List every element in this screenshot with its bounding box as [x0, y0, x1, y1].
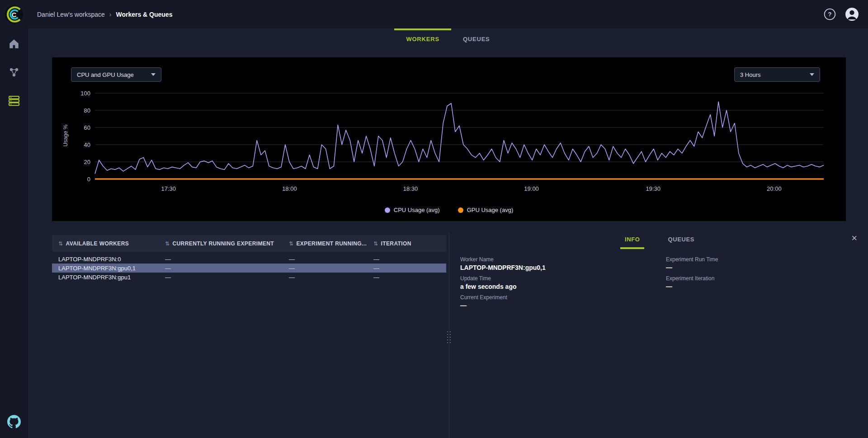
tab-panel-queues[interactable]: QUEUES	[661, 232, 701, 249]
breadcrumb-current-page: Workers & Queues	[116, 11, 172, 18]
close-icon[interactable]: ×	[851, 233, 857, 243]
available-workers-table: ⇅ AVAILABLE WORKERS ⇅ CURRENTLY RUNNING …	[52, 235, 446, 282]
breadcrumb-workspace[interactable]: Daniel Lew's workspace	[37, 11, 105, 18]
col-header-label: ITERATION	[381, 240, 411, 247]
github-icon	[7, 415, 21, 429]
gpu-legend-label: GPU Usage (avg)	[467, 207, 514, 213]
worker-running-time-cell: —	[283, 265, 367, 272]
svg-text:40: 40	[84, 141, 90, 148]
help-glyph: ?	[828, 11, 832, 18]
table-header: ⇅ AVAILABLE WORKERS ⇅ CURRENTLY RUNNING …	[52, 235, 446, 252]
workers-queues-icon	[8, 94, 20, 107]
table-body: LAPTOP-MNDPRF3N:0 — — — LAPTOP-MNDPRF3N:…	[52, 254, 446, 282]
worker-iteration-cell: —	[367, 274, 446, 281]
field-label: Update Time	[460, 275, 666, 282]
tab-workers-label: WORKERS	[406, 36, 439, 42]
metric-dropdown[interactable]: CPU and GPU Usage	[71, 67, 161, 82]
gpu-legend-dot-icon	[458, 207, 463, 213]
field-experiment-iteration: Experiment Iteration —	[666, 275, 718, 290]
worker-iteration-cell: —	[367, 265, 446, 272]
sort-icon: ⇅	[289, 240, 293, 247]
worker-name-cell: LAPTOP-MNDPRF3N:0	[52, 256, 159, 263]
svg-text:17:30: 17:30	[161, 185, 176, 192]
col-header-label: AVAILABLE WORKERS	[66, 240, 129, 247]
field-label: Worker Name	[460, 256, 666, 263]
usage-line-chart[interactable]: 02040608010017:3018:0018:3019:0019:3020:…	[63, 82, 832, 213]
svg-text:20: 20	[84, 159, 90, 165]
sort-icon: ⇅	[165, 240, 170, 247]
svg-text:100: 100	[80, 90, 90, 97]
time-range-dropdown[interactable]: 3 Hours	[734, 67, 820, 82]
left-sidebar	[0, 28, 28, 438]
cpu-legend-label: CPU Usage (avg)	[394, 207, 440, 213]
field-value: —	[666, 264, 718, 271]
col-header-label: EXPERIMENT RUNNING...	[296, 240, 367, 247]
workers-queues-tabs: WORKERS QUEUES	[28, 28, 868, 50]
sidebar-item-projects[interactable]	[5, 63, 23, 81]
worker-row[interactable]: LAPTOP-MNDPRF3N:0 — — —	[52, 254, 446, 264]
field-value: —	[666, 283, 718, 290]
field-label: Experiment Run Time	[666, 256, 718, 263]
svg-text:18:30: 18:30	[403, 185, 418, 192]
chevron-down-icon	[810, 73, 814, 76]
svg-text:0: 0	[87, 176, 90, 183]
breadcrumb: Daniel Lew's workspace › Workers & Queue…	[37, 11, 172, 18]
worker-experiment-cell: —	[159, 274, 283, 281]
metric-dropdown-value: CPU and GPU Usage	[77, 71, 134, 78]
field-label: Current Experiment	[460, 294, 666, 301]
svg-text:80: 80	[84, 107, 90, 114]
sort-icon: ⇅	[373, 240, 378, 247]
svg-text:19:00: 19:00	[524, 185, 539, 192]
legend-item-cpu[interactable]: CPU Usage (avg)	[385, 207, 440, 213]
clearml-logo-icon: C	[5, 5, 24, 24]
svg-text:20:00: 20:00	[767, 185, 782, 192]
field-value: —	[460, 302, 666, 309]
sidebar-item-dashboard[interactable]	[5, 35, 23, 53]
field-experiment-run-time: Experiment Run Time —	[666, 256, 718, 271]
worker-iteration-cell: —	[367, 256, 446, 263]
tab-queues-label: QUEUES	[463, 36, 490, 42]
info-column-right: Experiment Run Time — Experiment Iterati…	[666, 256, 718, 313]
info-panel-tabs: INFO QUEUES ×	[451, 232, 868, 249]
clearml-logo[interactable]: C	[0, 0, 28, 28]
tab-info-label: INFO	[625, 236, 640, 243]
tab-info[interactable]: INFO	[618, 232, 646, 249]
top-bar: C Daniel Lew's workspace › Workers & Que…	[0, 0, 868, 28]
tab-queues[interactable]: QUEUES	[451, 28, 502, 50]
worker-row[interactable]: LAPTOP-MNDPRF3N:gpu1 — — —	[52, 273, 446, 282]
sort-icon: ⇅	[58, 240, 63, 247]
legend-item-gpu[interactable]: GPU Usage (avg)	[458, 207, 514, 213]
field-current-experiment: Current Experiment —	[460, 294, 666, 309]
field-value: a few seconds ago	[460, 283, 666, 290]
field-label: Experiment Iteration	[666, 275, 718, 282]
tab-workers[interactable]: WORKERS	[394, 28, 451, 50]
time-range-dropdown-value: 3 Hours	[740, 71, 761, 78]
svg-text:C: C	[12, 11, 17, 18]
worker-running-time-cell: —	[283, 256, 367, 263]
worker-running-time-cell: —	[283, 274, 367, 281]
svg-text:60: 60	[84, 124, 90, 131]
help-icon[interactable]: ?	[824, 8, 836, 20]
user-avatar[interactable]	[845, 7, 859, 21]
field-update-time: Update Time a few seconds ago	[460, 275, 666, 290]
panel-resize-handle[interactable]	[446, 330, 452, 344]
worker-row-selected[interactable]: LAPTOP-MNDPRF3N:gpu0,1 — — —	[52, 264, 446, 273]
worker-name-cell: LAPTOP-MNDPRF3N:gpu0,1	[52, 265, 159, 272]
worker-info-fields: Worker Name LAPTOP-MNDPRF3N:gpu0,1 Updat…	[451, 256, 868, 313]
sidebar-item-github[interactable]	[5, 413, 23, 431]
field-value: LAPTOP-MNDPRF3N:gpu0,1	[460, 264, 666, 271]
chart-legend: CPU Usage (avg) GPU Usage (avg)	[52, 207, 846, 213]
col-header-available-workers[interactable]: ⇅ AVAILABLE WORKERS	[52, 235, 159, 252]
col-header-iteration[interactable]: ⇅ ITERATION	[367, 235, 446, 252]
svg-text:18:00: 18:00	[282, 185, 297, 192]
sidebar-item-workers-queues[interactable]	[5, 92, 23, 110]
worker-experiment-cell: —	[159, 256, 283, 263]
breadcrumb-separator-icon: ›	[109, 11, 112, 18]
info-column-left: Worker Name LAPTOP-MNDPRF3N:gpu0,1 Updat…	[460, 256, 666, 313]
projects-icon	[8, 66, 20, 79]
worker-info-panel: INFO QUEUES × Worker Name LAPTOP-MNDPRF3…	[451, 232, 868, 438]
svg-text:19:30: 19:30	[646, 185, 661, 192]
worker-experiment-cell: —	[159, 265, 283, 272]
col-header-current-experiment[interactable]: ⇅ CURRENTLY RUNNING EXPERIMENT	[159, 235, 283, 252]
col-header-experiment-running-time[interactable]: ⇅ EXPERIMENT RUNNING...	[283, 235, 367, 252]
